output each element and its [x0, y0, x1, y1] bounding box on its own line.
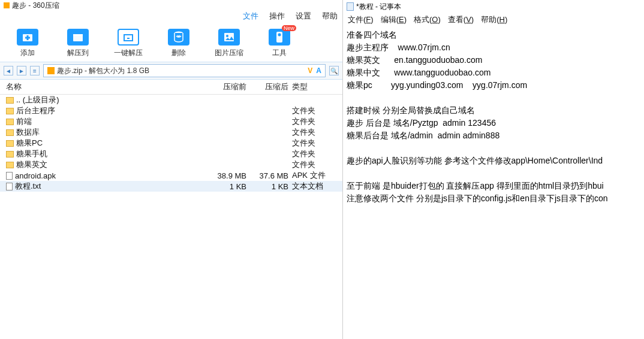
- delete-button[interactable]: 删除: [164, 29, 193, 58]
- extract-icon: [67, 29, 89, 46]
- np-menu-format[interactable]: 格式(O): [414, 14, 441, 25]
- extract-button[interactable]: 解压到: [64, 29, 92, 58]
- file-name: android.apk: [15, 171, 56, 180]
- onekey-unzip-button[interactable]: 一键解压: [114, 29, 143, 58]
- file-name: 糖果英文: [16, 159, 47, 170]
- path-text: 趣步.zip - 解包大小为 1.8 GB: [57, 66, 149, 76]
- svg-point-9: [226, 35, 228, 37]
- table-row[interactable]: 前端文件夹: [0, 116, 342, 127]
- file-name: 糖果手机: [16, 149, 47, 159]
- table-row[interactable]: 糖果PC文件夹: [0, 138, 342, 149]
- image-compress-button[interactable]: 图片压缩: [215, 29, 243, 58]
- col-after[interactable]: 压缩后: [246, 81, 288, 92]
- folder-icon: [6, 108, 14, 114]
- col-type[interactable]: 类型: [288, 81, 336, 92]
- file-icon: [6, 172, 13, 180]
- file-name: 糖果PC: [16, 138, 43, 149]
- add-button[interactable]: 添加: [13, 29, 42, 58]
- toolbar: 添加 解压到 一键解压 删除 图片压缩: [0, 24, 342, 62]
- app-icon: [4, 2, 10, 8]
- window-title: 趣步 - 360压缩: [12, 1, 59, 11]
- folder-icon: [6, 119, 14, 125]
- file-name: 后台主程序: [16, 105, 55, 116]
- file-table: 名称 压缩前 压缩后 类型 .. (上级目录)后台主程序文件夹前端文件夹数据库文…: [0, 80, 342, 339]
- file-name: 数据库: [16, 127, 40, 138]
- svg-rect-4: [73, 34, 83, 36]
- tools-button[interactable]: New 工具: [265, 29, 294, 58]
- table-row[interactable]: 糖果英文文件夹: [0, 159, 342, 170]
- folder-icon: [6, 97, 14, 104]
- path-input[interactable]: 趣步.zip - 解包大小为 1.8 GB V A: [43, 64, 326, 77]
- size-after: 37.6 MB: [246, 171, 288, 180]
- np-menu-file[interactable]: 文件(F): [348, 14, 374, 25]
- image-icon: [218, 29, 240, 46]
- navbar: ◄ ► ≡ 趣步.zip - 解包大小为 1.8 GB V A 🔍: [0, 62, 342, 80]
- menu-file[interactable]: 文件: [243, 11, 258, 22]
- new-badge: New: [282, 25, 296, 31]
- file-type: APK 文件: [288, 170, 336, 181]
- a-indicator: A: [316, 66, 321, 75]
- file-type: 文件夹: [288, 138, 336, 149]
- v-indicator: V: [308, 66, 312, 75]
- search-button[interactable]: 🔍: [329, 66, 339, 75]
- col-name[interactable]: 名称: [6, 81, 204, 92]
- col-before[interactable]: 压缩前: [204, 81, 246, 92]
- onekey-icon: [118, 29, 139, 46]
- add-icon: [17, 29, 38, 46]
- notepad-menubar: 文件(F) 编辑(E) 格式(O) 查看(V) 帮助(H): [343, 13, 644, 28]
- svg-point-11: [278, 34, 281, 37]
- notepad-window: *教程 - 记事本 文件(F) 编辑(E) 格式(O) 查看(V) 帮助(H) …: [342, 0, 644, 339]
- notepad-icon: [347, 2, 354, 11]
- folder-icon: [6, 140, 14, 147]
- table-header: 名称 压缩前 压缩后 类型: [0, 80, 342, 95]
- file-type: 文件夹: [288, 116, 336, 127]
- delete-icon: [168, 29, 189, 46]
- table-row[interactable]: .. (上级目录): [0, 95, 342, 105]
- archive-window: 趣步 - 360压缩 文件 操作 设置 帮助 添加 解压到 一键解压: [0, 0, 342, 339]
- folder-icon: [6, 129, 14, 136]
- file-icon: [6, 183, 13, 190]
- menu-help[interactable]: 帮助: [322, 11, 338, 22]
- file-type: 文件夹: [288, 149, 336, 159]
- np-menu-view[interactable]: 查看(V): [448, 14, 474, 25]
- table-row[interactable]: 数据库文件夹: [0, 127, 342, 138]
- np-menu-help[interactable]: 帮助(H): [481, 14, 507, 25]
- list-view-button[interactable]: ≡: [30, 66, 40, 75]
- titlebar: 趣步 - 360压缩: [0, 0, 342, 11]
- file-name: 教程.txt: [15, 181, 41, 192]
- tool-icon: New: [269, 29, 290, 46]
- size-before: 38.9 MB: [204, 171, 246, 180]
- folder-icon: [6, 151, 14, 158]
- archive-icon: [47, 67, 55, 74]
- table-row[interactable]: android.apk38.9 MB37.6 MBAPK 文件: [0, 170, 342, 181]
- file-name: 前端: [16, 116, 32, 127]
- notepad-titlebar: *教程 - 记事本: [343, 0, 644, 13]
- file-type: 文件夹: [288, 127, 336, 138]
- back-button[interactable]: ◄: [4, 66, 13, 75]
- size-after: 1 KB: [246, 182, 288, 191]
- menubar: 文件 操作 设置 帮助: [0, 11, 342, 24]
- file-name: .. (上级目录): [16, 95, 59, 105]
- size-before: 1 KB: [204, 182, 246, 191]
- menu-settings[interactable]: 设置: [296, 11, 311, 22]
- table-row[interactable]: 教程.txt1 KB1 KB文本文档: [0, 181, 342, 192]
- table-row[interactable]: 糖果手机文件夹: [0, 149, 342, 159]
- table-row[interactable]: 后台主程序文件夹: [0, 105, 342, 116]
- svg-rect-2: [25, 37, 30, 39]
- notepad-title: *教程 - 记事本: [356, 2, 401, 12]
- svg-rect-6: [127, 38, 130, 39]
- folder-icon: [6, 162, 14, 168]
- notepad-body[interactable]: 准备四个域名 趣步主程序 www.07rjm.cn 糖果英文 en.tanggu…: [343, 28, 644, 206]
- file-type: 文件夹: [288, 159, 336, 170]
- file-type: 文件夹: [288, 105, 336, 116]
- menu-ops[interactable]: 操作: [269, 11, 285, 22]
- file-type: 文本文档: [288, 181, 336, 192]
- forward-button[interactable]: ►: [17, 66, 26, 75]
- np-menu-edit[interactable]: 编辑(E): [381, 14, 407, 25]
